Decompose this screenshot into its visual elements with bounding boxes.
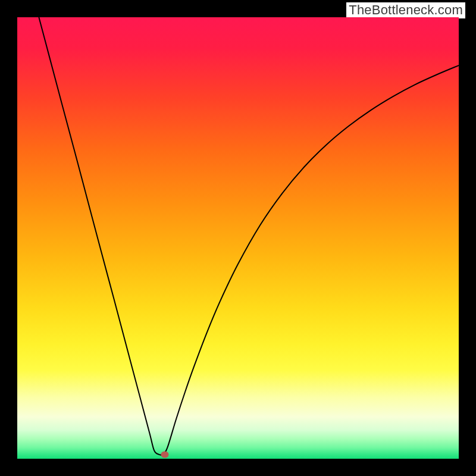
plot-area (17, 17, 459, 459)
chart-frame: TheBottleneck.com (0, 0, 476, 476)
selected-point-marker (161, 452, 168, 458)
gradient-background (17, 17, 459, 459)
watermark-label: TheBottleneck.com (346, 2, 465, 18)
gradient-heat-plot (17, 17, 459, 459)
